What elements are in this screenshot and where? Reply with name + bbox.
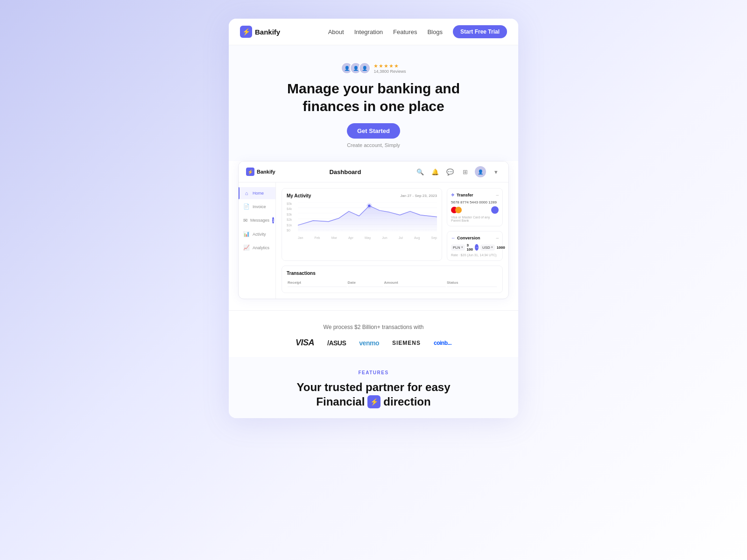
transfer-title: ✈ Transfer — [451, 193, 473, 197]
grid-icon[interactable]: ⊞ — [460, 167, 470, 177]
col-status: Status — [447, 280, 497, 287]
messages-badge: 1 — [272, 217, 274, 224]
hero-title-line2: finances in one place — [303, 98, 444, 114]
activity-card: My Activity Jan 27 - Sep 23, 2023 $5k $4… — [282, 188, 442, 261]
transactions-title: Transactions — [287, 271, 498, 276]
activity-chart: $5k $4k $3k $2k $1k $0 — [287, 202, 437, 239]
from-currency-select[interactable]: PLN ▾ — [451, 245, 465, 251]
hero-title: Manage your banking and finances in one … — [247, 80, 500, 115]
dash-main-content: My Activity Jan 27 - Sep 23, 2023 $5k $4… — [276, 182, 508, 299]
home-icon: ⌂ — [243, 190, 250, 196]
hero-cta-button[interactable]: Get Started — [347, 123, 400, 139]
card-number: 5678 8774 5443 0000 1289 — [451, 200, 499, 204]
conversion-arrow-icon: → — [475, 244, 479, 251]
transactions-table: Receipt Date Amount Status — [287, 280, 498, 288]
chat-icon[interactable]: 💬 — [445, 167, 455, 177]
to-chevron-icon: ▾ — [491, 245, 493, 249]
nav-links: About Integration Features Blogs Start F… — [328, 25, 507, 38]
y-label-2k: $2k — [287, 218, 297, 221]
reviews-block: ★★★★★ 14,3800 Reviews — [374, 63, 406, 74]
to-currency-select[interactable]: USD ▾ — [480, 245, 495, 251]
conversion-row: PLN ▾ 3 100 → USD ▾ 1000 — [451, 243, 499, 252]
svg-point-6 — [368, 204, 371, 207]
chevron-down-icon[interactable]: ▾ — [491, 167, 501, 177]
features-section: FEATURES Your trusted partner for easy F… — [229, 357, 518, 418]
y-label-3k: $3k — [287, 213, 297, 216]
user-avatar[interactable]: 👤 — [475, 166, 486, 177]
messages-icon: ✉ — [243, 217, 247, 224]
avatar-3: 👤 — [359, 62, 371, 74]
search-icon[interactable]: 🔍 — [415, 167, 425, 177]
features-title-line1: Your trusted partner for easy — [297, 381, 451, 393]
conversion-card: ↔ Conversion – PLN ▾ 3 100 — [447, 231, 503, 261]
sidebar-item-invoice[interactable]: 📄 Invoice — [239, 200, 275, 213]
sidebar-item-home[interactable]: ⌂ Home — [239, 187, 275, 199]
avatar-group: 👤 👤 👤 — [341, 62, 371, 74]
activity-chart-svg — [298, 202, 437, 232]
dashboard-mockup: ⚡ Bankify Dashboard 🔍 🔔 💬 ⊞ 👤 ▾ ⌂ Home — [238, 161, 509, 299]
col-date: Date — [348, 280, 383, 287]
transfer-card: ✈ Transfer – 5678 8774 5443 0000 1289 — [447, 188, 503, 226]
transfer-card-header: ✈ Transfer – — [451, 192, 499, 197]
transfer-card-sub: Visa or Master Card of any Parent Bank — [451, 216, 499, 222]
trusted-section: We process $2 Billion+ transactions with… — [229, 310, 518, 357]
dash-sidebar: ⌂ Home 📄 Invoice ✉ Messages 1 📊 Activity — [239, 182, 276, 299]
conversion-icon: ↔ — [451, 236, 455, 240]
mastercard-icon — [451, 207, 462, 213]
analytics-icon: 📈 — [243, 245, 250, 251]
dash-title: Dashboard — [329, 168, 361, 175]
conversion-minimize[interactable]: – — [496, 235, 499, 240]
nav-logo: ⚡ Bankify — [240, 26, 280, 38]
dash-header-icons: 🔍 🔔 💬 ⊞ 👤 ▾ — [415, 166, 501, 177]
nav-link-integration[interactable]: Integration — [354, 28, 383, 35]
features-lightning-icon: ⚡ — [367, 395, 381, 408]
sidebar-item-messages[interactable]: ✉ Messages 1 — [239, 214, 275, 227]
reviews-count: 14,3800 Reviews — [374, 69, 406, 74]
mc-orange-circle — [455, 207, 462, 213]
dash-header: ⚡ Bankify Dashboard 🔍 🔔 💬 ⊞ 👤 ▾ — [239, 161, 508, 182]
hero-subtext: Create account, Simply — [247, 142, 500, 148]
y-label-1k: $1k — [287, 224, 297, 227]
dash-right-panel: ✈ Transfer – 5678 8774 5443 0000 1289 — [447, 188, 503, 261]
page-container: ⚡ Bankify About Integration Features Blo… — [229, 19, 518, 418]
stars: ★★★★★ — [374, 63, 399, 69]
chart-x-labels: Jan Feb Mar Apr May Jun Jul Aug Sep — [298, 236, 437, 239]
col-amount: Amount — [384, 280, 446, 287]
dash-logo-icon: ⚡ — [246, 168, 254, 176]
hero-title-line1: Manage your banking and — [287, 81, 460, 96]
transfer-icon: ✈ — [451, 193, 455, 197]
visa-logo: VISA — [296, 338, 314, 348]
trusted-text: We process $2 Billion+ transactions with — [240, 324, 507, 330]
dash-logo: ⚡ Bankify — [246, 168, 275, 176]
dash-logo-text: Bankify — [257, 169, 275, 175]
nav-link-about[interactable]: About — [328, 28, 344, 35]
features-label: FEATURES — [247, 370, 500, 375]
col-receipt: Receipt — [288, 280, 347, 287]
features-title: Your trusted partner for easy Financial … — [247, 380, 500, 409]
to-currency: USD — [482, 245, 490, 250]
y-label-5k: $5k — [287, 202, 297, 205]
siemens-logo: SIEMENS — [392, 340, 421, 346]
logo-text: Bankify — [255, 28, 280, 36]
sidebar-label-home: Home — [253, 191, 264, 196]
activity-icon: 📊 — [243, 231, 250, 237]
venmo-logo: venmo — [359, 339, 379, 347]
nav-link-features[interactable]: Features — [393, 28, 417, 35]
transfer-minimize[interactable]: – — [496, 192, 499, 197]
brand-logos-row: VISA /ASUS venmo SIEMENS coinb... — [240, 338, 507, 348]
from-value: 3 100 — [467, 243, 473, 252]
nav-cta-button[interactable]: Start Free Trial — [453, 25, 507, 38]
features-title-line2: Financial ⚡ direction — [316, 394, 430, 409]
conversion-header: ↔ Conversion – — [451, 235, 499, 240]
bell-icon[interactable]: 🔔 — [430, 167, 440, 177]
nav-link-blogs[interactable]: Blogs — [427, 28, 443, 35]
asus-logo: /ASUS — [327, 339, 346, 347]
conversion-title: ↔ Conversion — [451, 236, 480, 240]
sidebar-label-analytics: Analytics — [253, 245, 269, 250]
sidebar-item-analytics[interactable]: 📈 Analytics — [239, 241, 275, 254]
hero-social-proof: 👤 👤 👤 ★★★★★ 14,3800 Reviews — [247, 62, 500, 74]
sidebar-item-activity[interactable]: 📊 Activity — [239, 228, 275, 240]
sidebar-label-activity: Activity — [253, 232, 266, 237]
logo-icon: ⚡ — [240, 26, 252, 38]
activity-title: My Activity — [287, 193, 311, 198]
